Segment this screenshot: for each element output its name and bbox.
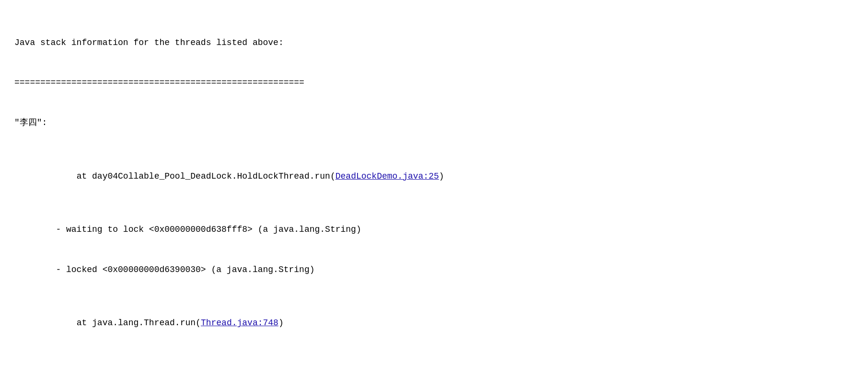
thread1-thread-run-suffix: ): [278, 318, 284, 328]
empty-line-1: [14, 370, 854, 384]
thread1-waiting-line: - waiting to lock <0x00000000d638fff8> (…: [14, 223, 854, 237]
thread1-run-prefix: at day04Collable_Pool_DeadLock.HoldLockT…: [35, 171, 336, 181]
separator-line: ========================================…: [14, 76, 854, 90]
thread1-name: "李四":: [14, 116, 854, 130]
thread-dump-output: Java stack information for the threads l…: [14, 10, 854, 387]
thread1-run-suffix: ): [439, 171, 444, 181]
thread1-thread-run-prefix: at java.lang.Thread.run(: [35, 318, 201, 328]
thread1-run-line: at day04Collable_Pool_DeadLock.HoldLockT…: [14, 157, 854, 197]
thread1-thread-link[interactable]: Thread.java:748: [201, 318, 278, 328]
thread1-locked-line: - locked <0x00000000d6390030> (a java.la…: [14, 263, 854, 277]
thread1-thread-run-line: at java.lang.Thread.run(Thread.java:748): [14, 304, 854, 344]
header-line: Java stack information for the threads l…: [14, 36, 854, 50]
thread1-deadlock-link[interactable]: DeadLockDemo.java:25: [336, 171, 439, 181]
